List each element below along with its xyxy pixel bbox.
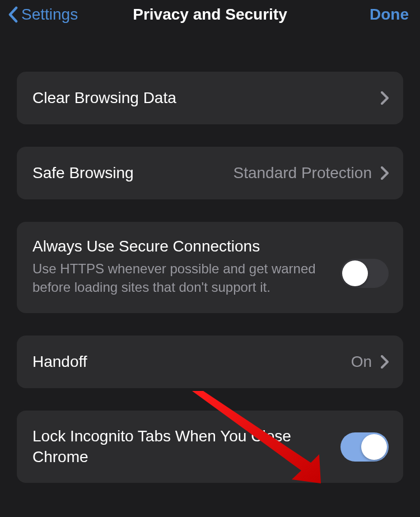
chevron-right-icon [381, 355, 389, 369]
row-subtitle: Use HTTPS whenever possible and get warn… [32, 260, 340, 296]
group-clear: Clear Browsing Data [17, 72, 403, 124]
row-label: Clear Browsing Data [32, 88, 381, 108]
header-bar: Settings Privacy and Security Done [0, 0, 420, 31]
done-button[interactable]: Done [370, 6, 409, 24]
row-label: Handoff [32, 352, 351, 372]
toggle-lock-incognito[interactable] [340, 432, 389, 462]
group-lock: Lock Incognito Tabs When You Close Chrom… [17, 411, 403, 483]
toggle-secure-connections[interactable] [340, 259, 389, 288]
row-value: On [351, 353, 372, 371]
chevron-left-icon [8, 6, 19, 23]
row-lock-incognito[interactable]: Lock Incognito Tabs When You Close Chrom… [17, 411, 403, 483]
row-handoff[interactable]: Handoff On [17, 336, 403, 388]
row-secure-connections[interactable]: Always Use Secure Connections Use HTTPS … [17, 222, 403, 313]
chevron-right-icon [381, 166, 389, 180]
back-label: Settings [21, 6, 78, 24]
toggle-knob [361, 434, 387, 460]
row-label: Always Use Secure Connections [32, 236, 340, 257]
chevron-right-icon [381, 91, 389, 105]
settings-content: Clear Browsing Data Safe Browsing Standa… [0, 31, 420, 483]
row-value: Standard Protection [234, 164, 372, 182]
row-label: Lock Incognito Tabs When You Close Chrom… [32, 426, 301, 467]
page-title: Privacy and Security [133, 6, 287, 24]
toggle-knob [342, 260, 368, 286]
group-handoff: Handoff On [17, 336, 403, 388]
back-button[interactable]: Settings [8, 6, 78, 24]
row-label: Safe Browsing [32, 163, 234, 183]
row-safe-browsing[interactable]: Safe Browsing Standard Protection [17, 147, 403, 199]
group-secure: Always Use Secure Connections Use HTTPS … [17, 222, 403, 313]
row-clear-browsing-data[interactable]: Clear Browsing Data [17, 72, 403, 124]
group-safe: Safe Browsing Standard Protection [17, 147, 403, 199]
